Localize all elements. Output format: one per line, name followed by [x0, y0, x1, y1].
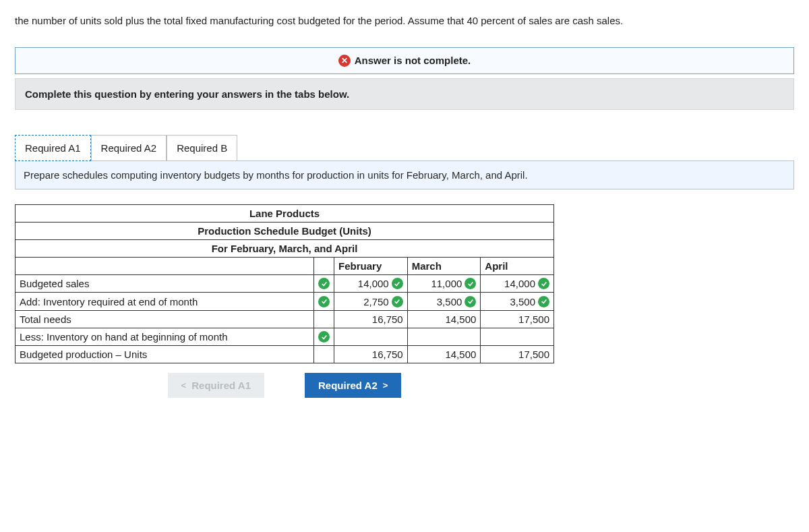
col-header-check: [314, 257, 334, 274]
cell-mar[interactable]: 3,500: [407, 293, 481, 311]
row-check: [314, 274, 334, 293]
row-label: Less: Inventory on hand at beginning of …: [16, 328, 314, 346]
row-label: Add: Inventory required at end of month: [16, 293, 314, 311]
table-title-1: Lane Products: [16, 204, 554, 222]
col-header-apr: April: [481, 257, 554, 274]
check-icon: [538, 296, 549, 307]
chevron-right-icon: >: [383, 380, 388, 390]
intro-text: the number of units sold plus the total …: [15, 13, 794, 28]
check-icon: [318, 331, 330, 343]
nav-buttons: < Required A1 Required A2 >: [15, 373, 554, 398]
table-title-3: For February, March, and April: [16, 239, 554, 257]
table-row: Budgeted sales 14,000 11,000 14,000: [16, 274, 554, 293]
check-icon: [538, 278, 549, 289]
row-check: [314, 310, 334, 328]
check-icon: [318, 296, 330, 307]
prev-button: < Required A1: [168, 373, 264, 398]
row-label: Budgeted sales: [16, 274, 314, 293]
prev-button-label: Required A1: [191, 380, 251, 391]
col-header-blank: [16, 257, 314, 274]
tab-required-a2[interactable]: Required A2: [91, 135, 167, 161]
row-check: [314, 293, 334, 311]
cell-apr[interactable]: 17,500: [481, 310, 554, 328]
tabs-row: Required A1 Required A2 Required B: [15, 134, 794, 160]
table-row: Total needs 16,750 14,500 17,500: [16, 310, 554, 328]
cell-apr[interactable]: [481, 328, 554, 346]
instruction-bar: Complete this question by entering your …: [15, 78, 794, 110]
check-icon: [392, 278, 403, 289]
cell-apr[interactable]: 3,500: [481, 293, 554, 311]
table-row: Add: Inventory required at end of month …: [16, 293, 554, 311]
row-check: [314, 346, 334, 363]
budget-table: Lane Products Production Schedule Budget…: [15, 204, 554, 364]
col-header-feb: February: [334, 257, 408, 274]
table-title-2: Production Schedule Budget (Units): [16, 222, 554, 239]
chevron-left-icon: <: [181, 380, 187, 390]
error-icon: ✕: [338, 55, 351, 67]
status-banner: ✕ Answer is not complete.: [15, 47, 794, 74]
tab-required-b[interactable]: Required B: [167, 135, 237, 161]
table-row: Budgeted production – Units 16,750 14,50…: [16, 346, 554, 363]
cell-feb[interactable]: 14,000: [334, 274, 408, 293]
cell-mar[interactable]: 11,000: [407, 274, 481, 293]
row-check: [314, 328, 334, 346]
check-icon: [465, 296, 476, 307]
cell-feb[interactable]: 16,750: [334, 310, 408, 328]
check-icon: [465, 278, 476, 289]
next-button-label: Required A2: [318, 380, 378, 391]
prompt-panel: Prepare schedules computing inventory bu…: [15, 160, 794, 189]
col-header-mar: March: [407, 257, 481, 274]
tab-required-a1[interactable]: Required A1: [15, 135, 91, 161]
cell-mar[interactable]: 14,500: [407, 310, 481, 328]
table-row: Less: Inventory on hand at beginning of …: [16, 328, 554, 346]
check-icon: [392, 296, 403, 307]
cell-mar[interactable]: 14,500: [407, 346, 481, 363]
cell-feb[interactable]: 16,750: [334, 346, 408, 363]
status-banner-text: Answer is not complete.: [355, 55, 471, 66]
cell-feb[interactable]: 2,750: [334, 293, 408, 311]
cell-apr[interactable]: 14,000: [481, 274, 554, 293]
check-icon: [318, 278, 330, 289]
next-button[interactable]: Required A2 >: [305, 373, 401, 398]
row-label: Budgeted production – Units: [16, 346, 314, 363]
row-label: Total needs: [16, 310, 314, 328]
cell-feb[interactable]: [334, 328, 408, 346]
cell-mar[interactable]: [407, 328, 481, 346]
cell-apr[interactable]: 17,500: [481, 346, 554, 363]
